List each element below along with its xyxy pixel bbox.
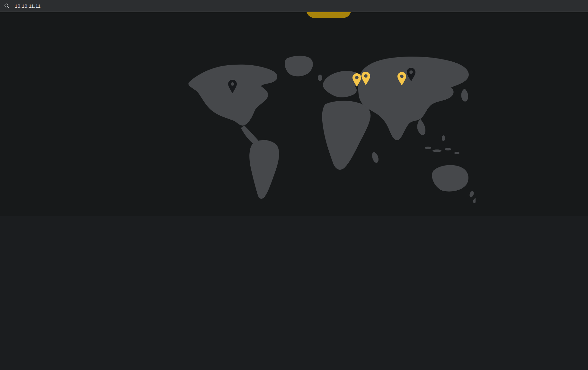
search-icon[interactable] [4, 3, 10, 9]
pin-yellow-east-europe-2 [361, 72, 370, 86]
footer: About Shop Informations Instagram Newsle… [0, 216, 588, 370]
url-text[interactable]: 10.10.11.11 [15, 3, 40, 9]
browser-address-bar[interactable]: 10.10.11.11 [0, 0, 588, 12]
world-map-image [180, 44, 476, 207]
pin-dark-siberia [407, 68, 415, 83]
world-map-section [0, 12, 588, 216]
world-map [180, 44, 476, 207]
pin-dark-canada [228, 80, 237, 95]
pin-yellow-east-europe-1 [352, 73, 361, 88]
pin-yellow-siberia [397, 72, 406, 87]
